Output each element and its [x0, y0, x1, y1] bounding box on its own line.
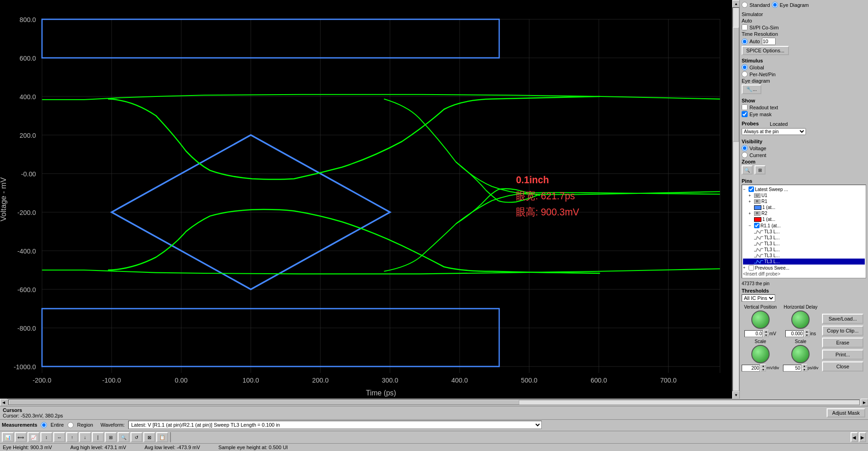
horiz-scale-knob[interactable]	[791, 345, 810, 363]
vert-spin-up[interactable]: ▲	[763, 330, 769, 333]
standard-radio[interactable]	[742, 2, 748, 8]
entire-label: Entire	[51, 422, 64, 428]
pins-tree[interactable]: − Latest Sweep ... + U U1 + R R1	[742, 185, 866, 278]
tool-btn-2[interactable]: ⟺	[15, 432, 27, 442]
vert-scale-knob[interactable]	[751, 345, 770, 363]
simulator-value: Auto	[742, 18, 752, 23]
svg-text:-0.00: -0.00	[21, 170, 36, 178]
tree-r2-pin1[interactable]: 1 (at...	[743, 216, 865, 222]
global-radio[interactable]	[742, 64, 748, 70]
horiz-spin-up[interactable]: ▲	[804, 330, 810, 333]
vert-pos-input[interactable]	[744, 330, 763, 337]
tool-btn-11[interactable]: ↺	[130, 432, 142, 442]
h-scrollbar[interactable]	[8, 400, 860, 405]
h-scrollbar-thumb[interactable]	[9, 400, 519, 405]
scale1-spin-down[interactable]: ▼	[760, 368, 766, 372]
horiz-delay-knob[interactable]	[791, 310, 810, 329]
tool-btn-8[interactable]: |	[92, 432, 104, 442]
scale-val1-input[interactable]	[742, 365, 760, 372]
tree-r1-pin1[interactable]: 1 (at...	[743, 204, 865, 210]
position-scale-area: Vertical Position ▲ ▼ mV Scale	[742, 304, 866, 372]
per-net-radio[interactable]	[742, 71, 748, 77]
scale2-spin-down[interactable]: ▼	[802, 368, 807, 372]
tool-btn-9[interactable]: ⊞	[105, 432, 117, 442]
auto-res-input[interactable]	[762, 38, 776, 45]
horiz-spin-down[interactable]: ▼	[804, 333, 810, 337]
tool-btn-6[interactable]: ↑	[66, 432, 78, 442]
tool-scroll-right[interactable]: ▶	[859, 432, 866, 442]
thresholds-label: Thresholds	[742, 288, 866, 293]
entire-radio[interactable]	[41, 422, 47, 428]
expand-icon-prev: +	[743, 265, 748, 270]
erase-button[interactable]: Erase	[822, 338, 863, 348]
eye-mask-checkbox[interactable]	[742, 111, 748, 117]
scale2-spin-up[interactable]: ▲	[802, 364, 807, 368]
close-button[interactable]: Close	[822, 361, 863, 372]
spice-options-button[interactable]: SPICE Options...	[742, 46, 789, 55]
u1-icon: U	[754, 193, 760, 198]
tree-tl3-3[interactable]: TL3 L...	[743, 247, 865, 253]
located-select[interactable]: Always at the pin	[742, 128, 806, 135]
tool-btn-5[interactable]: ↔	[53, 432, 65, 442]
horiz-scale-group: Scale ▲ ▼ ps/div	[783, 339, 819, 372]
prev-sweep-check[interactable]	[749, 265, 754, 271]
copy-clip-button[interactable]: Copy to Clip...	[822, 326, 863, 336]
readout-checkbox[interactable]	[742, 104, 748, 110]
per-net-label: Per-Net/Pin	[749, 72, 776, 77]
scale-val2-input[interactable]	[783, 365, 801, 372]
r1-1-check[interactable]	[754, 223, 760, 228]
svg-text:Voltage - mV: Voltage - mV	[0, 177, 7, 221]
zoom-fit-button[interactable]: ⊞	[755, 165, 766, 175]
scroll-up-arrow[interactable]: ▲	[732, 0, 740, 7]
vert-pos-knob[interactable]	[751, 310, 770, 329]
avg-low-status: Avg low level: -473.9 mV	[145, 445, 200, 450]
svg-text:300.0: 300.0	[382, 377, 398, 384]
zoom-out-button[interactable]: 🔍	[742, 165, 753, 175]
tree-latest-sweep[interactable]: − Latest Sweep ...	[743, 186, 865, 192]
tree-tl3-0[interactable]: TL3 L...	[743, 229, 865, 235]
latest-sweep-check[interactable]	[749, 186, 754, 192]
scroll-left-arrow[interactable]: ◀	[0, 399, 7, 406]
tree-tl3-4[interactable]: TL3 L...	[743, 253, 865, 259]
auto-res-radio[interactable]	[742, 39, 748, 45]
tree-r1[interactable]: + R R1	[743, 198, 865, 204]
tool-btn-12[interactable]: ⊠	[143, 432, 155, 442]
sample-eye-status: Sample eye height at: 0.500 UI	[218, 445, 288, 450]
tree-insert-diff[interactable]: <Insert diff probe>	[743, 271, 865, 277]
tree-tl3-2[interactable]: TL3 L...	[743, 241, 865, 247]
si-pi-checkbox[interactable]	[742, 24, 748, 30]
stimulus-config-button[interactable]: 🔧...	[742, 85, 761, 94]
tool-btn-7[interactable]: ↓	[79, 432, 91, 442]
tool-btn-10[interactable]: 🔍	[118, 432, 130, 442]
eye-diagram-radio[interactable]	[772, 2, 778, 8]
svg-text:-200.0: -200.0	[17, 209, 36, 216]
tool-btn-13[interactable]: 📋	[156, 432, 168, 442]
voltage-radio[interactable]	[742, 145, 748, 151]
scroll-down-arrow[interactable]: ▼	[732, 391, 740, 399]
tree-r2[interactable]: + R R2	[743, 210, 865, 216]
save-load-button[interactable]: Save/Load...	[822, 314, 863, 324]
waveform-select[interactable]: Latest: V [R1.1 (at pin)/R2.1 (at pin)] …	[128, 421, 542, 429]
scale-label1: Scale	[755, 339, 766, 344]
adjust-mask-button[interactable]: Adjust Mask	[827, 408, 865, 417]
tool-btn-4[interactable]: ↕	[40, 432, 52, 442]
scale1-spin-up[interactable]: ▲	[760, 364, 766, 368]
tree-tl3-5[interactable]: TL3 L...	[743, 259, 865, 265]
tree-r1-1[interactable]: − R1.1 (at...	[743, 222, 865, 229]
expand-icon-r1: +	[749, 199, 753, 204]
tool-separator	[170, 432, 171, 442]
vert-spin-down[interactable]: ▼	[763, 333, 769, 337]
current-radio[interactable]	[742, 152, 748, 158]
print-button[interactable]: Print...	[822, 350, 863, 360]
scroll-right-arrow[interactable]: ▶	[861, 399, 868, 406]
tool-scroll-left[interactable]: ◀	[851, 432, 858, 442]
region-radio[interactable]	[68, 422, 74, 428]
tree-previous-sweep[interactable]: + Previous Swee...	[743, 265, 865, 271]
thresholds-select[interactable]: All IC Pins	[742, 294, 775, 302]
tree-u1[interactable]: + U U1	[743, 192, 865, 198]
tree-tl3-1[interactable]: TL3 L...	[743, 235, 865, 241]
tool-btn-3[interactable]: 📈	[28, 432, 40, 442]
horiz-delay-input[interactable]	[785, 330, 804, 337]
standard-label: Standard	[749, 2, 770, 8]
tool-btn-1[interactable]: 📊	[2, 432, 14, 442]
